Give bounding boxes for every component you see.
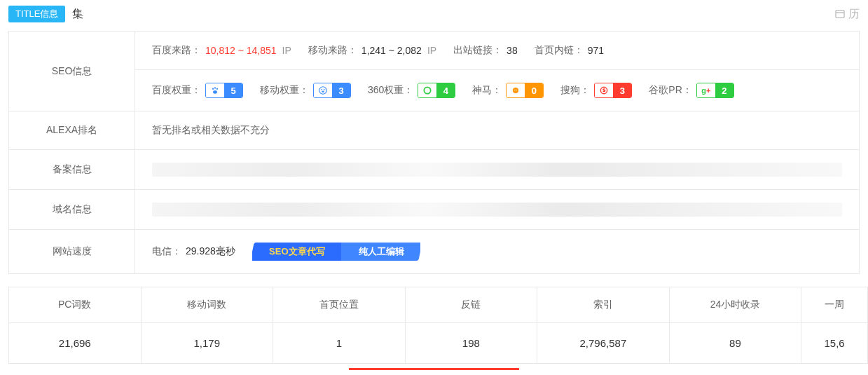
google-icon: g+ xyxy=(697,83,715,97)
stats-head: 首页位置 xyxy=(273,287,405,323)
svg-point-6 xyxy=(321,89,322,90)
baidu-traffic-unit: IP xyxy=(282,45,291,56)
stats-value: 89 xyxy=(670,323,801,363)
promo-text-a: SEO文章代写 xyxy=(252,243,341,261)
mobile-traffic-unit: IP xyxy=(427,45,436,56)
baidu-weight-label: 百度权重 xyxy=(152,84,201,97)
shenma-weight-label: 神马 xyxy=(472,84,502,97)
baidu-traffic-value: 10,812 ~ 14,851 xyxy=(205,45,277,56)
stats-col[interactable]: 索引 2,796,587 xyxy=(537,287,670,363)
svg-point-1 xyxy=(212,88,214,90)
baidu-weight[interactable]: 百度权重 5 xyxy=(152,83,243,98)
stats-value: 21,696 xyxy=(9,323,141,363)
alexa-value: 暂无排名或相关数据不充分 xyxy=(152,124,270,137)
baidu-paw-icon xyxy=(206,83,224,97)
s360-weight-badge: 4 xyxy=(418,83,455,98)
svg-point-8 xyxy=(322,91,324,93)
baidu-weight-badge: 5 xyxy=(205,83,243,98)
beian-label: 备案信息 xyxy=(9,150,135,189)
shenma-weight[interactable]: 神马 0 xyxy=(472,83,544,98)
svg-point-5 xyxy=(319,87,327,95)
sogou-weight[interactable]: 搜狗 3 xyxy=(560,83,632,98)
svg-rect-0 xyxy=(836,11,844,18)
inlinks-label: 首页内链 xyxy=(535,44,584,57)
stats-col[interactable]: PC词数 21,696 xyxy=(9,287,142,363)
baidu-traffic[interactable]: 百度来路 10,812 ~ 14,851 IP xyxy=(152,44,291,57)
stats-col[interactable]: 移动词数 1,179 xyxy=(142,287,274,363)
domain-label: 域名信息 xyxy=(9,190,135,229)
mobile-traffic[interactable]: 移动来路 1,241 ~ 2,082 IP xyxy=(308,44,436,57)
redacted-content xyxy=(152,203,842,217)
history-label: 历 xyxy=(848,7,860,22)
svg-point-9 xyxy=(425,87,431,93)
speed-provider: 电信 xyxy=(152,245,181,258)
svg-point-12 xyxy=(516,90,517,90)
speed-row: 网站速度 电信 29.928毫秒 SEO文章代写 纯人工编辑 xyxy=(9,230,859,273)
shenma-weight-value: 0 xyxy=(525,83,543,97)
stats-head: 移动词数 xyxy=(142,287,273,323)
s360-weight-label: 360权重 xyxy=(368,84,413,97)
outlinks-label: 出站链接 xyxy=(453,44,502,57)
title-badge: TITLE信息 xyxy=(8,6,65,22)
mobile-weight-value: 3 xyxy=(332,83,350,97)
seo-traffic-row: 百度来路 10,812 ~ 14,851 IP 移动来路 1,241 ~ 2,0… xyxy=(135,32,859,70)
stats-col[interactable]: 首页位置 1 xyxy=(273,287,406,363)
redacted-content xyxy=(152,163,842,177)
mobile-weight[interactable]: 移动权重 3 xyxy=(260,83,351,98)
seo-row: SEO信息 百度来路 10,812 ~ 14,851 IP 移动来路 1,241… xyxy=(9,32,859,111)
tab-indicator-active[interactable] xyxy=(349,368,519,371)
title-text: 集 xyxy=(72,7,83,22)
svg-point-11 xyxy=(514,90,515,90)
sogou-icon xyxy=(595,83,613,97)
promo-pill[interactable]: SEO文章代写 纯人工编辑 xyxy=(250,243,422,261)
stats-value: 1,179 xyxy=(142,323,273,363)
promo-text-b: 纯人工编辑 xyxy=(341,243,420,261)
sogou-weight-value: 3 xyxy=(613,83,631,97)
alexa-row: ALEXA排名 暂无排名或相关数据不充分 xyxy=(9,111,859,150)
stats-head: 24小时收录 xyxy=(670,287,801,323)
speed-label: 网站速度 xyxy=(9,230,135,273)
speed-content: 电信 29.928毫秒 SEO文章代写 纯人工编辑 xyxy=(135,230,859,273)
outlinks-value: 38 xyxy=(507,45,518,56)
alexa-content: 暂无排名或相关数据不充分 xyxy=(135,111,859,149)
outlinks[interactable]: 出站链接 38 xyxy=(453,44,518,57)
domain-row: 域名信息 xyxy=(9,190,859,230)
stats-col[interactable]: 一周 15,6 xyxy=(801,287,867,363)
seo-label: SEO信息 xyxy=(9,32,135,111)
svg-point-4 xyxy=(213,90,217,94)
stats-head: PC词数 xyxy=(9,287,141,323)
s360-icon xyxy=(418,83,436,97)
tab-indicator[interactable] xyxy=(519,368,689,371)
stats-head: 一周 xyxy=(801,287,867,323)
tab-indicator[interactable] xyxy=(179,368,349,371)
mobile-paw-icon xyxy=(314,83,332,97)
s360-weight[interactable]: 360权重 4 xyxy=(368,83,455,98)
svg-point-10 xyxy=(513,88,518,93)
tab-indicator[interactable] xyxy=(689,368,860,371)
inlinks[interactable]: 首页内链 971 xyxy=(535,44,604,57)
svg-point-7 xyxy=(324,89,325,90)
mobile-traffic-label: 移动来路 xyxy=(308,44,357,57)
svg-point-3 xyxy=(216,88,218,90)
baidu-traffic-label: 百度来路 xyxy=(152,44,201,57)
tab-indicator[interactable] xyxy=(8,368,179,371)
beian-row: 备案信息 xyxy=(9,150,859,190)
stats-value: 198 xyxy=(406,323,537,363)
shenma-icon xyxy=(507,83,525,97)
stats-value: 2,796,587 xyxy=(537,323,669,363)
stats-table: PC词数 21,696 移动词数 1,179 首页位置 1 反链 198 索引 … xyxy=(8,287,868,364)
history-icon[interactable]: 历 xyxy=(834,7,860,22)
stats-value: 15,6 xyxy=(801,323,867,363)
mobile-traffic-value: 1,241 ~ 2,082 xyxy=(361,45,422,56)
stats-col[interactable]: 反链 198 xyxy=(406,287,538,363)
inlinks-value: 971 xyxy=(588,45,604,56)
google-pr-value: 2 xyxy=(715,83,733,97)
sogou-weight-label: 搜狗 xyxy=(560,84,590,97)
speed-value: 29.928毫秒 xyxy=(186,245,235,258)
google-pr[interactable]: 谷歌PR g+ 2 xyxy=(649,83,733,98)
stats-head: 反链 xyxy=(406,287,537,323)
google-pr-badge: g+ 2 xyxy=(696,83,734,98)
s360-weight-value: 4 xyxy=(436,83,455,97)
svg-point-2 xyxy=(214,87,216,88)
stats-col[interactable]: 24小时收录 89 xyxy=(670,287,802,363)
